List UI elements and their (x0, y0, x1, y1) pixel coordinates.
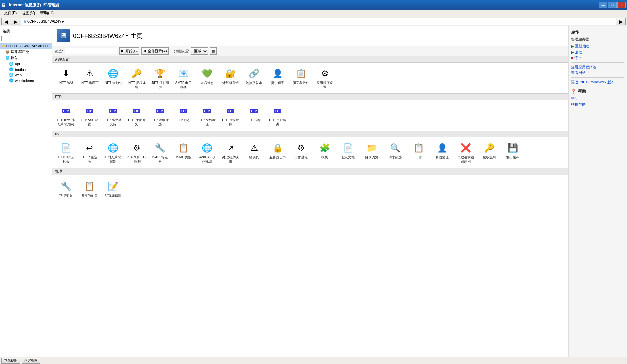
right-panel: 操作 管理服务器 ▶ 重新启动 ▶ 启动 ■ 停止 查看应用程序池 查看网站 更… (568, 26, 627, 357)
back-button[interactable]: ◀ (1, 18, 10, 25)
forward-button[interactable]: ▶ (11, 18, 20, 25)
maximize-button[interactable]: □ (608, 2, 617, 8)
icon-item[interactable]: 🏆.NET 信任级别 (149, 65, 171, 91)
restart-link[interactable]: ▶ 重新启动 (571, 44, 624, 49)
filter-showall-button[interactable]: ◀ 全部显示(A) (141, 47, 169, 55)
sidebar-item-apppool[interactable]: 📦 应用程序池 (0, 49, 52, 55)
icon-item[interactable]: ⬇.NET 编译 (55, 65, 77, 91)
icon-item[interactable]: 📋共享的配置 (78, 178, 101, 199)
toolbar: ◀ ▶ 🖥 0CFF6BS3B4W6Z4Y ▸ ▶ (0, 17, 627, 26)
icon-item[interactable]: FTPFTP 消息 (243, 103, 265, 128)
icon-item[interactable]: 📋页面和控件 (290, 65, 312, 91)
icon-item[interactable]: 🔑.NET 授权规则 (125, 65, 148, 91)
icon-item[interactable]: 📄HTTP 响应标头 (55, 140, 77, 165)
address-text: 0CFF6BS3B4W6Z4Y ▸ (27, 19, 64, 24)
main-layout: 连接 🖥 0CFF6BS3B4W6Z4Y (0CFF6 📦 应用程序池 🌐 网站… (0, 26, 627, 357)
filter-input[interactable] (65, 48, 117, 54)
icon-item[interactable]: ↩HTTP 重定向 (78, 140, 101, 165)
tree-root-label: 0CFF6BS3B4W6Z4Y (0CFF6 (6, 44, 49, 48)
icon-item[interactable]: 📋日志 (408, 140, 430, 165)
tree-root[interactable]: 🖥 0CFF6BS3B4W6Z4Y (0CFF6 (0, 43, 52, 49)
icon-item[interactable]: 🧩模块 (314, 140, 336, 165)
icon-item[interactable]: ⚙工作进程 (290, 140, 312, 165)
icon-item[interactable]: ⚠错误页 (243, 140, 265, 165)
iis-icons-grid: 📄HTTP 响应标头↩HTTP 重定向🌐IP 地址和域限制⚙ISAPI 和 CG… (52, 137, 568, 168)
sidebar-item-toutiao[interactable]: 🌐 toutiao (0, 67, 52, 72)
menu-file[interactable]: 文件(F) (1, 10, 19, 17)
icon-item[interactable]: FTPFTP 身份验证 (196, 103, 218, 128)
menu-help[interactable]: 帮助(H) (38, 10, 56, 17)
window-titlebar: 🖥 Internet 信息服务(IIS)管理器 — □ ✕ (0, 0, 627, 10)
address-bar[interactable]: 🖥 0CFF6BS3B4W6Z4Y ▸ (21, 18, 616, 25)
icon-item[interactable]: 🔑授权规则 (478, 140, 500, 165)
icon-item[interactable]: 🔍请求筛选 (384, 140, 406, 165)
feature-view-button[interactable]: 功能视图 (1, 358, 20, 364)
stop-link[interactable]: ■ 停止 (571, 55, 624, 60)
icon-item[interactable]: 🔧ISAPI 筛选器 (149, 140, 171, 165)
aspnet-icons-grid: ⬇.NET 编译⚠.NET 错误页🌐.NET 全球化🔑.NET 授权规则🏆.NE… (52, 63, 568, 93)
icon-item[interactable]: FTPFTP 防火墙支持 (102, 103, 124, 128)
section-manage: 管理 (52, 168, 568, 175)
icon-item[interactable]: 💾输出缓存 (502, 140, 524, 165)
minimize-button[interactable]: — (599, 2, 607, 8)
sidebar-apppool-label: 应用程序池 (11, 49, 29, 54)
icon-item[interactable]: 🌐WebDAV 创作规则 (196, 140, 218, 165)
icon-item[interactable]: 📁目录浏览 (361, 140, 383, 165)
icon-item[interactable]: FTPFTP 日志 (172, 103, 195, 128)
sidebar-item-weixindemo[interactable]: 🌐 weixindemo (0, 78, 52, 83)
online-help-link[interactable]: 联机帮助 (571, 102, 624, 107)
icon-item[interactable]: 🔧功能委派 (55, 178, 77, 199)
icon-item[interactable]: 🔒服务器证书 (266, 140, 289, 165)
icon-item[interactable]: ⚠.NET 错误页 (78, 65, 101, 91)
start-arrow: ▶ (571, 50, 574, 55)
filter-start-button[interactable]: ▶ 开始(G) (119, 47, 139, 55)
icon-item[interactable]: ↗处理程序映射 (219, 140, 242, 165)
icon-item[interactable]: 👤身份验证 (431, 140, 453, 165)
icon-item[interactable]: 🌐.NET 全球化 (102, 65, 124, 91)
content-header-icon: 🖥 (57, 29, 70, 42)
filter-bar: 筛选: ▶ 开始(G) ◀ 全部显示(A) 分组依据: 区域 ▦ (52, 46, 568, 56)
icon-item[interactable]: 👤提供程序 (266, 65, 289, 91)
icon-item[interactable]: FTPFTP SSL 设置 (78, 103, 101, 128)
go-button[interactable]: ▶ (617, 18, 626, 25)
view-apppool-link[interactable]: 查看应用程序池 (571, 65, 624, 70)
icon-item[interactable]: 💚会话状态 (196, 65, 218, 91)
close-button[interactable]: ✕ (617, 2, 626, 8)
sidebar-web-label: web (15, 73, 22, 77)
menu-view[interactable]: 视图(V) (19, 10, 38, 17)
help-link[interactable]: 帮助 (571, 96, 624, 101)
icon-item[interactable]: 📧SMTP 电子邮件 (172, 65, 195, 91)
section-ftp: FTP (52, 93, 568, 100)
sidebar-website-label: 网站 (11, 55, 18, 60)
content-view-button[interactable]: 内容视图 (22, 358, 40, 364)
sidebar-item-website[interactable]: 🌐 网站 (0, 55, 52, 61)
start-link[interactable]: ▶ 启动 (571, 50, 624, 55)
connection-search[interactable] (1, 36, 40, 41)
icon-item[interactable]: FTPFTP 授权规则 (219, 103, 242, 128)
icon-item[interactable]: 🔗连接字符串 (243, 65, 265, 91)
window-title: Internet 信息服务(IIS)管理器 (8, 2, 59, 8)
icon-item[interactable]: FTPFTP IPv4 地址和域限制 (55, 103, 77, 128)
manage-server-label: 管理服务器 (571, 37, 624, 42)
sidebar-item-api[interactable]: 🌐 api (0, 61, 52, 67)
icon-item[interactable]: 📝配置编辑器 (102, 178, 124, 199)
icon-item[interactable]: FTPFTP 目录浏览 (125, 103, 148, 128)
change-net-link[interactable]: 更改 .NET Framework 版本 (571, 80, 624, 85)
icon-item[interactable]: ⚙应用程序设置 (314, 65, 336, 91)
icon-item[interactable]: 📋MIME 类型 (172, 140, 195, 165)
help-section-title: ❓ 帮助 (571, 89, 624, 94)
icon-item[interactable]: ⚙ISAPI 和 CGI 限制 (125, 140, 148, 165)
icon-item[interactable]: 🌐IP 地址和域限制 (102, 140, 124, 165)
content-header: 🖥 0CFF6BS3B4W6Z4Y 主页 (52, 26, 568, 46)
icon-item[interactable]: FTPFTP 用户隔离 (266, 103, 289, 128)
groupby-select[interactable]: 区域 (191, 47, 208, 55)
icon-item[interactable]: FTPFTP 请求筛选 (149, 103, 171, 128)
sidebar-item-web[interactable]: 🌐 web (0, 72, 52, 78)
icon-item[interactable]: ❌失败请求跟踪规则 (455, 140, 477, 165)
bottom-bar: 功能视图 内容视图 (0, 357, 627, 364)
icon-item[interactable]: 🔐计算机密钥 (219, 65, 242, 91)
view-toggle-button[interactable]: ▦ (210, 47, 217, 55)
view-site-link[interactable]: 查看网站 (571, 71, 624, 75)
icon-item[interactable]: 📄默认文档 (337, 140, 359, 165)
section-aspnet: ASP.NET (52, 56, 568, 63)
